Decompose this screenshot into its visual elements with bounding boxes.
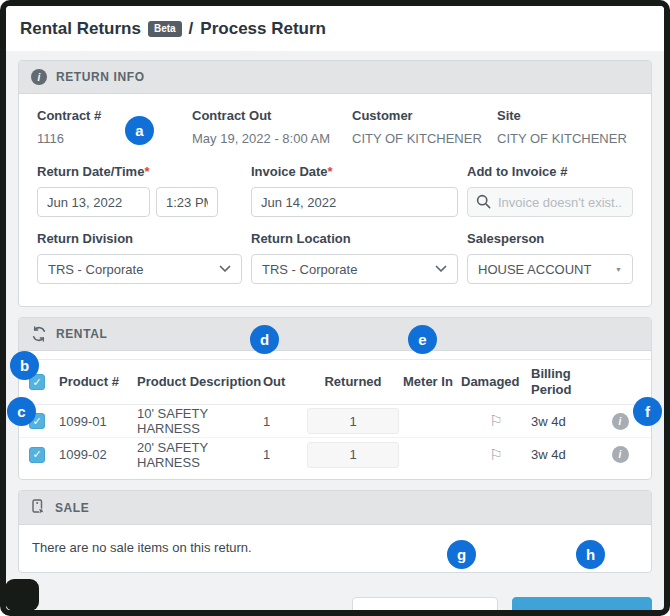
chevron-down-icon: [435, 265, 447, 273]
sale-panel: SALE There are no sale items on this ret…: [18, 490, 652, 573]
salesperson-value: HOUSE ACCOUNT: [478, 262, 591, 277]
page-title-primary: Rental Returns: [20, 19, 141, 39]
return-info-body: Contract # 1116 Contract Out May 19, 202…: [19, 94, 651, 306]
contract-summary-row: Contract # 1116 Contract Out May 19, 202…: [31, 106, 639, 158]
return-division-value: TRS - Corporate: [48, 262, 143, 277]
sale-empty-message: There are no sale items on this return.: [19, 525, 651, 572]
info-icon: i: [31, 69, 47, 85]
annotation-badge-h: h: [576, 540, 605, 569]
invoice-date-label: Invoice Date*: [251, 164, 458, 179]
check-icon: ✓: [32, 449, 41, 460]
return-location-select[interactable]: TRS - Corporate: [251, 254, 458, 284]
add-invoice-label: Add to Invoice #: [467, 164, 633, 179]
return-division-group: Return Division TRS - Corporate: [37, 231, 242, 284]
table-row: ✓ 1099-01 10' SAFETY HARNESS 1 ⚐ 3w 4d i: [19, 405, 651, 438]
dropdown-arrow-icon: ▼: [615, 266, 622, 273]
site-field: Site CITY OF KITCHENER: [497, 108, 633, 146]
dates-row: Return Date/Time* Invoice Date*: [31, 158, 639, 225]
forward-arrow-icon: →: [624, 606, 638, 616]
contract-number-value: 1116: [37, 131, 192, 146]
col-product-description: Product Description: [137, 374, 263, 390]
row-checkbox[interactable]: ✓: [29, 447, 45, 463]
rental-title: RENTAL: [56, 327, 107, 341]
dark-corner-shape: [5, 579, 39, 611]
rental-sync-icon: [31, 326, 47, 342]
rental-table-body: ✓ 1099-01 10' SAFETY HARNESS 1 ⚐ 3w 4d i…: [19, 405, 651, 479]
product-description-cell: 10' SAFETY HARNESS: [137, 406, 263, 436]
site-label: Site: [497, 108, 633, 123]
rental-table-header: ✓ Product # Product Description Out Retu…: [19, 359, 651, 405]
col-out: Out: [263, 374, 303, 390]
select-contract-button[interactable]: ← Select Contract: [352, 597, 497, 616]
rental-panel: RENTAL ✓ Product # Product Description O…: [18, 317, 652, 480]
contract-out-label: Contract Out: [192, 108, 352, 123]
salesperson-group: Salesperson HOUSE ACCOUNT ▼: [467, 231, 633, 284]
returned-input[interactable]: [307, 442, 399, 468]
annotation-badge-d: d: [250, 325, 279, 354]
contract-number-label: Contract #: [37, 108, 192, 123]
customer-field: Customer CITY OF KITCHENER: [352, 108, 497, 146]
product-description-cell: 20' SAFETY HARNESS: [137, 440, 263, 470]
sale-tag-icon: [31, 499, 46, 516]
customer-label: Customer: [352, 108, 497, 123]
return-info-header: i RETURN INFO: [19, 61, 651, 94]
page-title: Rental Returns Beta / Process Return: [20, 19, 650, 39]
annotation-badge-f: f: [633, 397, 662, 426]
returned-input[interactable]: [307, 408, 399, 434]
damaged-flag-icon[interactable]: ⚐: [489, 412, 502, 430]
back-arrow-icon: ←: [366, 606, 380, 616]
row-info-icon[interactable]: i: [612, 446, 629, 463]
return-info-title: RETURN INFO: [56, 70, 145, 84]
rental-header: RENTAL: [19, 318, 651, 351]
add-invoice-group: Add to Invoice #: [467, 164, 633, 217]
required-marker: *: [328, 164, 333, 179]
invoice-date-input[interactable]: [251, 187, 458, 217]
review-return-button[interactable]: Review Return →: [512, 597, 652, 616]
breadcrumb-separator: /: [189, 19, 194, 39]
damaged-flag-icon[interactable]: ⚐: [489, 446, 502, 464]
return-datetime-group: Return Date/Time*: [37, 164, 242, 217]
chevron-down-icon: [219, 265, 231, 273]
customer-value: CITY OF KITCHENER: [352, 131, 497, 146]
check-icon: ✓: [32, 377, 41, 388]
product-number-cell: 1099-02: [59, 447, 137, 462]
return-location-label: Return Location: [251, 231, 458, 246]
row-info-icon[interactable]: i: [612, 413, 629, 430]
out-cell: 1: [263, 414, 303, 429]
footer-actions: ← Select Contract Review Return →: [18, 597, 652, 616]
return-time-input[interactable]: [156, 187, 218, 217]
annotation-badge-g: g: [447, 540, 476, 569]
page-content: i RETURN INFO Contract # 1116 Contract O…: [6, 51, 664, 616]
product-number-cell: 1099-01: [59, 414, 137, 429]
division-row: Return Division TRS - Corporate Return L…: [31, 225, 639, 292]
contract-out-field: Contract Out May 19, 2022 - 8:00 AM: [192, 108, 352, 146]
table-row: ✓ 1099-02 20' SAFETY HARNESS 1 ⚐ 3w 4d i: [19, 438, 651, 471]
col-billing-period: Billing Period: [531, 366, 605, 399]
col-product-number: Product #: [59, 374, 137, 390]
billing-period-cell: 3w 4d: [531, 414, 605, 429]
return-division-label: Return Division: [37, 231, 242, 246]
sale-title: SALE: [55, 501, 89, 515]
col-meter-in: Meter In: [403, 374, 461, 390]
screenshot-root: Rental Returns Beta / Process Return i R…: [0, 0, 670, 616]
return-datetime-label: Return Date/Time*: [37, 164, 242, 179]
annotation-badge-e: e: [408, 325, 437, 354]
search-icon: [476, 194, 491, 213]
invoice-date-group: Invoice Date*: [251, 164, 458, 217]
annotation-badge-c: c: [7, 397, 36, 426]
select-contract-label: Select Contract: [388, 607, 483, 616]
annotation-badge-a: a: [125, 116, 154, 145]
salesperson-select[interactable]: HOUSE ACCOUNT ▼: [467, 254, 633, 284]
return-division-select[interactable]: TRS - Corporate: [37, 254, 242, 284]
required-marker: *: [144, 164, 149, 179]
return-location-value: TRS - Corporate: [262, 262, 357, 277]
site-value: CITY OF KITCHENER: [497, 131, 633, 146]
annotation-badge-b: b: [10, 351, 39, 380]
add-invoice-search-input[interactable]: [467, 187, 633, 217]
col-returned: Returned: [303, 374, 403, 390]
review-return-label: Review Return: [526, 607, 616, 616]
col-damaged: Damaged: [461, 374, 531, 390]
contract-number-field: Contract # 1116: [37, 108, 192, 146]
return-date-input[interactable]: [37, 187, 150, 217]
app-window: Rental Returns Beta / Process Return i R…: [0, 0, 670, 616]
